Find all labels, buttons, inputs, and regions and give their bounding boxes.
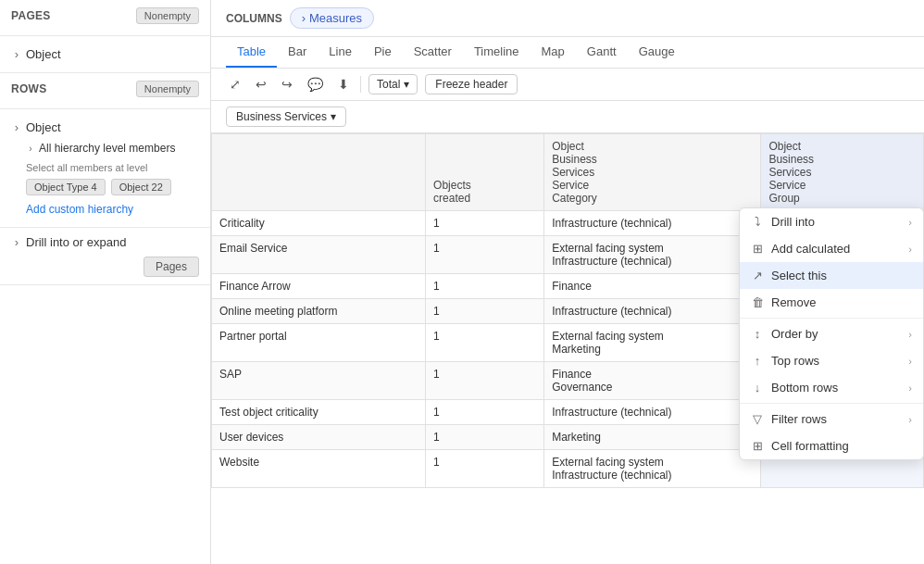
order-by-chevron-icon: › (908, 329, 912, 340)
bottom-rows-icon: ↓ (751, 382, 764, 395)
level-label: Select all members at level (26, 162, 199, 173)
right-panel: Columns › Measures Table Bar Line Pie Sc… (211, 0, 924, 564)
row-objects-4: 1 (426, 324, 544, 362)
col-header-category: ObjectBusinessServicesServiceCategory (544, 134, 761, 211)
row-name-4: Partner portal (212, 324, 426, 362)
drill-left[interactable]: › Drill into or expand (11, 235, 126, 249)
expand-btn[interactable]: ⤢ (226, 75, 244, 94)
redo-btn[interactable]: ↪ (278, 75, 296, 94)
menu-item-add-calculated[interactable]: ⊞ Add calculated › (740, 235, 923, 262)
filter-rows-chevron-icon: › (908, 414, 912, 425)
filter-rows-icon: ▽ (751, 413, 764, 426)
menu-divider-1 (740, 318, 923, 319)
col-header-name (212, 134, 426, 211)
menu-item-drill-into[interactable]: ⤵ Drill into › (740, 208, 923, 235)
freeze-header-btn[interactable]: Freeze header (425, 74, 518, 94)
pages-button[interactable]: Pages (144, 257, 199, 277)
toolbar: ⤢ ↩ ↪ 💬 ⬇ Total ▾ Freeze header (211, 69, 924, 101)
order-by-icon: ↕ (751, 328, 764, 341)
rows-object-chevron: › (11, 122, 22, 133)
menu-drill-into-label: Drill into (771, 215, 815, 229)
download-btn[interactable]: ⬇ (334, 75, 353, 94)
menu-item-order-by[interactable]: ↕ Order by › (740, 320, 923, 347)
drill-row: › Drill into or expand (11, 235, 199, 249)
row-objects-5: 1 (426, 362, 544, 400)
add-custom-hierarchy-link[interactable]: Add custom hierarchy (26, 203, 133, 216)
business-services-filter-btn[interactable]: Business Services ▾ (226, 107, 346, 127)
hierarchy-chevron-icon: › (26, 144, 35, 153)
measures-tag[interactable]: › Measures (290, 7, 374, 29)
menu-select-this-label: Select this (771, 269, 827, 282)
rows-label: Rows (11, 82, 47, 95)
row-name-5: SAP (212, 362, 426, 400)
tab-map[interactable]: Map (531, 37, 576, 68)
total-label: Total (377, 78, 400, 91)
business-services-label: Business Services (236, 110, 327, 123)
chart-tabs: Table Bar Line Pie Scatter Timeline Map … (211, 37, 924, 69)
total-select[interactable]: Total ▾ (368, 74, 418, 94)
row-objects-7: 1 (426, 425, 544, 450)
row-category-2: Finance (544, 274, 761, 299)
menu-add-calculated-label: Add calculated (771, 242, 850, 256)
tab-gantt[interactable]: Gantt (576, 37, 628, 68)
row-name-1: Email Service (212, 236, 426, 274)
tab-pie[interactable]: Pie (363, 37, 403, 68)
col-header-objects-created: Objectscreated (426, 134, 544, 211)
tab-gauge[interactable]: Gauge (628, 37, 686, 68)
columns-label: Columns (226, 12, 282, 25)
row-category-4: External facing systemMarketing (544, 324, 761, 362)
row-category-6: Infrastructure (technical) (544, 400, 761, 425)
menu-item-bottom-rows[interactable]: ↓ Bottom rows › (740, 374, 923, 401)
pages-object-label: Object (26, 47, 61, 61)
rows-object-section: › Object › All hierarchy level members S… (0, 109, 210, 228)
pages-object-chevron: › (11, 49, 22, 60)
menu-top-rows-label: Top rows (771, 354, 819, 368)
business-services-chevron-icon: ▾ (331, 110, 336, 123)
row-objects-8: 1 (426, 450, 544, 488)
row-objects-6: 1 (426, 400, 544, 425)
undo-btn[interactable]: ↩ (252, 75, 270, 94)
row-name-2: Finance Arrow (212, 274, 426, 299)
row-name-8: Website (212, 450, 426, 488)
context-menu: ⤵ Drill into › ⊞ Add calculated › ↗ Sele (739, 207, 924, 460)
drill-into-icon: ⤵ (751, 216, 764, 229)
menu-item-filter-rows[interactable]: ▽ Filter rows › (740, 406, 923, 432)
add-calculated-icon: ⊞ (751, 243, 764, 256)
rows-object-row[interactable]: › Object (11, 117, 199, 138)
menu-item-select-this[interactable]: ↗ Select this (740, 262, 923, 289)
level-tag-1[interactable]: Object 22 (111, 179, 171, 195)
row-name-7: User devices (212, 425, 426, 450)
pages-object-row[interactable]: › Object (11, 44, 199, 65)
drill-chevron-icon: › (11, 237, 22, 248)
hierarchy-header[interactable]: › All hierarchy level members (26, 142, 199, 155)
tab-line[interactable]: Line (318, 37, 363, 68)
row-category-7: Marketing (544, 425, 761, 450)
menu-item-remove[interactable]: 🗑 Remove (740, 289, 923, 316)
measures-label: Measures (309, 11, 362, 25)
menu-item-top-rows[interactable]: ↑ Top rows › (740, 347, 923, 374)
drill-label: Drill into or expand (26, 235, 126, 249)
rows-nonempty-btn[interactable]: Nonempty (136, 81, 199, 97)
business-filter: Business Services ▾ (211, 101, 924, 133)
pages-object-section: › Object (0, 36, 210, 73)
row-category-3: Infrastructure (technical) (544, 299, 761, 324)
row-name-0: Criticality (212, 211, 426, 236)
menu-filter-rows-label: Filter rows (771, 412, 827, 426)
remove-icon: 🗑 (751, 296, 764, 309)
menu-item-cell-formatting[interactable]: ⊞ Cell formatting (740, 432, 923, 459)
hierarchy-title: All hierarchy level members (39, 142, 175, 155)
data-table-container: Objectscreated ObjectBusinessServicesSer… (211, 133, 924, 564)
row-category-0: Infrastructure (technical) (544, 211, 761, 236)
comment-btn[interactable]: 💬 (304, 75, 327, 94)
cell-formatting-icon: ⊞ (751, 440, 764, 453)
menu-remove-label: Remove (771, 295, 816, 309)
row-category-8: External facing systemInfrastructure (te… (544, 450, 761, 488)
tab-bar[interactable]: Bar (277, 37, 318, 68)
level-tag-0[interactable]: Object Type 4 (26, 179, 106, 195)
pages-nonempty-btn[interactable]: Nonempty (136, 7, 199, 24)
measures-chevron-icon: › (302, 11, 306, 25)
tab-scatter[interactable]: Scatter (403, 37, 463, 68)
tab-table[interactable]: Table (226, 37, 277, 68)
tab-timeline[interactable]: Timeline (463, 37, 531, 68)
col-header-group: ObjectBusinessServicesServiceGroup (761, 134, 924, 211)
